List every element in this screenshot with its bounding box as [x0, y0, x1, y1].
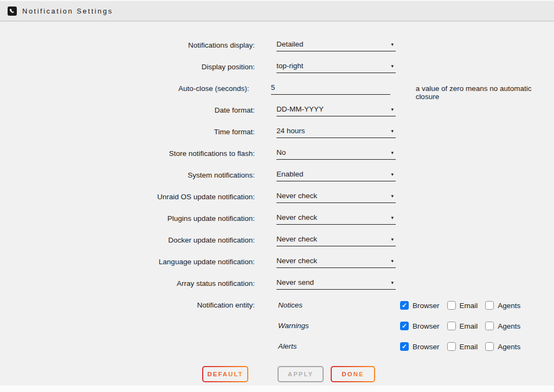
field-label: Notification entity:	[0, 297, 255, 317]
check-icon: ✓	[402, 302, 407, 309]
notices-agents-checkbox[interactable]: ✓ Agents	[485, 297, 520, 311]
store-to-flash-select[interactable]: No ▾	[276, 145, 396, 160]
form-row: Time format: 24 hours ▾	[0, 123, 554, 145]
done-button[interactable]: DONE	[331, 366, 375, 382]
field-label: System notifications:	[0, 167, 255, 188]
form-row: Date format: DD-MM-YYYY ▾	[0, 102, 554, 123]
form-row: Unraid OS update notification: Never che…	[0, 188, 554, 210]
form-row: Display position: top-right ▾	[0, 58, 554, 80]
alerts-browser-checkbox[interactable]: ✓ Browser	[400, 338, 440, 352]
checkbox-icon: ✓	[447, 322, 456, 330]
form-row: System notifications: Enabled ▾	[0, 167, 554, 188]
form-row: Language update notification: Never chec…	[0, 253, 554, 275]
checkbox-icon: ✓	[447, 301, 456, 310]
checkbox-label: Agents	[498, 302, 520, 310]
select-value: 24 hours	[276, 127, 305, 135]
entity-name-notices: Notices	[276, 297, 400, 317]
language-update-select[interactable]: Never check ▾	[276, 253, 396, 268]
display-position-select[interactable]: top-right ▾	[276, 58, 396, 73]
form-row: Notifications display: Detailed ▾	[0, 37, 554, 58]
docker-update-select[interactable]: Never check ▾	[276, 232, 396, 246]
apply-button[interactable]: APPLY	[278, 366, 324, 382]
chevron-down-icon: ▾	[391, 105, 394, 112]
field-label: Array status notification:	[0, 275, 255, 297]
form-row: Array status notification: Never send ▾	[0, 275, 554, 297]
check-icon: ✓	[402, 323, 407, 329]
chevron-down-icon: ▾	[391, 235, 394, 242]
chevron-down-icon: ▾	[391, 148, 394, 155]
page-header: Notification Settings	[0, 0, 554, 22]
select-value: Never check	[276, 192, 317, 200]
notifications-display-select[interactable]: Detailed ▾	[276, 37, 396, 51]
chevron-down-icon: ▾	[391, 192, 394, 199]
phone-square-icon	[8, 6, 17, 16]
field-label: Language update notification:	[0, 253, 255, 275]
time-format-select[interactable]: 24 hours ▾	[276, 123, 396, 138]
warnings-email-checkbox[interactable]: ✓ Email	[447, 317, 478, 332]
checkbox-icon: ✓	[447, 342, 456, 351]
default-button[interactable]: DEFAULT	[202, 366, 248, 382]
check-icon: ✓	[402, 343, 407, 350]
select-value: Never check	[276, 235, 317, 243]
page-footer-strip	[0, 386, 554, 392]
button-bar: DEFAULT APPLY DONE	[0, 366, 554, 382]
checkbox-label: Email	[460, 302, 478, 310]
checkbox-icon: ✓	[485, 342, 494, 351]
unraid-os-update-select[interactable]: Never check ▾	[276, 188, 396, 203]
entity-name-alerts: Alerts	[276, 338, 400, 358]
checkbox-icon: ✓	[485, 301, 494, 310]
chevron-down-icon: ▾	[391, 278, 394, 285]
form-row: Auto-close (seconds): a value of zero me…	[0, 80, 554, 102]
select-value: top-right	[276, 62, 304, 70]
checkbox-label: Agents	[498, 322, 520, 330]
field-label: Display position:	[0, 58, 255, 80]
select-value: Enabled	[276, 170, 304, 178]
array-status-select[interactable]: Never send ▾	[276, 275, 396, 290]
field-label: Time format:	[0, 123, 255, 145]
checkbox-label: Browser	[413, 343, 440, 351]
checkbox-icon: ✓	[400, 342, 409, 351]
select-value: Never send	[276, 278, 314, 286]
chevron-down-icon: ▾	[391, 127, 394, 134]
notices-email-checkbox[interactable]: ✓ Email	[447, 297, 478, 311]
warnings-browser-checkbox[interactable]: ✓ Browser	[400, 317, 440, 332]
entity-row-warnings: Warnings ✓ Browser ✓ Email ✓ Agents	[0, 317, 554, 338]
select-value: Never check	[276, 257, 317, 265]
field-label: Store notifications to flash:	[0, 145, 255, 167]
checkbox-icon: ✓	[400, 322, 409, 330]
chevron-down-icon: ▾	[391, 40, 394, 47]
chevron-down-icon: ▾	[391, 62, 394, 69]
alerts-email-checkbox[interactable]: ✓ Email	[447, 338, 478, 352]
form-row: Docker update notification: Never check …	[0, 232, 554, 253]
field-label: Unraid OS update notification:	[0, 188, 255, 210]
date-format-select[interactable]: DD-MM-YYYY ▾	[276, 102, 396, 116]
checkbox-label: Browser	[413, 302, 440, 310]
entity-row-alerts: Alerts ✓ Browser ✓ Email ✓ Agents	[0, 338, 554, 358]
entity-name-warnings: Warnings	[276, 317, 400, 338]
plugins-update-select[interactable]: Never check ▾	[276, 210, 396, 225]
warnings-agents-checkbox[interactable]: ✓ Agents	[485, 317, 520, 332]
select-value: No	[276, 148, 286, 156]
field-help-text: a value of zero means no automatic closu…	[416, 80, 554, 102]
form-row: Store notifications to flash: No ▾	[0, 145, 554, 167]
chevron-down-icon: ▾	[391, 213, 394, 220]
checkbox-icon: ✓	[400, 301, 409, 310]
field-label: Plugins update notification:	[0, 210, 255, 232]
select-value: Never check	[276, 213, 317, 221]
checkbox-label: Email	[460, 322, 478, 330]
select-value: DD-MM-YYYY	[276, 105, 324, 113]
page-title: Notification Settings	[22, 7, 113, 15]
field-label: Auto-close (seconds):	[0, 80, 249, 102]
checkbox-icon: ✓	[485, 322, 494, 330]
chevron-down-icon: ▾	[391, 170, 394, 177]
system-notifications-select[interactable]: Enabled ▾	[276, 167, 396, 181]
field-label: Docker update notification:	[0, 232, 255, 253]
notices-browser-checkbox[interactable]: ✓ Browser	[400, 297, 440, 311]
chevron-down-icon: ▾	[391, 257, 394, 264]
entity-row-notices: Notification entity: Notices ✓ Browser ✓…	[0, 297, 554, 317]
field-label: Notifications display:	[0, 37, 255, 58]
form-row: Plugins update notification: Never check…	[0, 210, 554, 232]
auto-close-input[interactable]	[271, 80, 390, 95]
alerts-agents-checkbox[interactable]: ✓ Agents	[485, 338, 520, 352]
checkbox-label: Agents	[498, 343, 520, 351]
